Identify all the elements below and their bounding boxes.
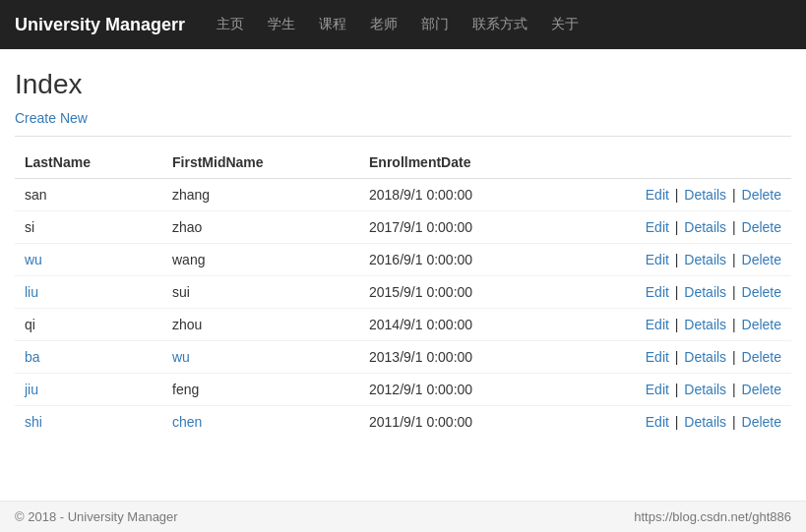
cell-lastname: si [15, 211, 162, 244]
cell-firstname: sui [162, 276, 359, 309]
details-link[interactable]: Details [684, 382, 726, 397]
cell-firstname: zhou [162, 309, 359, 341]
cell-lastname: shi [15, 406, 162, 439]
details-link[interactable]: Details [684, 252, 726, 267]
edit-link[interactable]: Edit [646, 187, 669, 203]
cell-enrollment: 2017/9/1 0:00:00 [359, 211, 556, 244]
navbar-link[interactable]: 联系方式 [461, 1, 539, 48]
separator: | [728, 219, 739, 235]
navbar-item: 课程 [307, 1, 358, 48]
separator: | [671, 414, 682, 430]
delete-link[interactable]: Delete [742, 284, 781, 300]
navbar-link[interactable]: 老师 [358, 1, 409, 48]
cell-enrollment: 2018/9/1 0:00:00 [359, 179, 556, 211]
cell-firstname: feng [162, 374, 359, 406]
table-row: wuwang2016/9/1 0:00:00Edit | Details | D… [15, 244, 791, 276]
navbar-item: 学生 [256, 1, 307, 48]
separator: | [671, 219, 682, 235]
separator: | [671, 284, 682, 300]
delete-link[interactable]: Delete [742, 187, 781, 203]
footer-copyright: © 2018 - University Manager [15, 509, 178, 524]
separator: | [728, 187, 739, 203]
lastname-link[interactable]: ba [25, 349, 40, 365]
navbar-link[interactable]: 课程 [307, 1, 358, 48]
cell-actions: Edit | Details | Delete [556, 276, 791, 309]
separator: | [671, 317, 682, 332]
edit-link[interactable]: Edit [646, 317, 669, 332]
navbar-link[interactable]: 主页 [205, 1, 256, 48]
navbar-brand[interactable]: University Managerr [15, 15, 185, 35]
details-link[interactable]: Details [684, 317, 726, 332]
firstname-link[interactable]: chen [172, 414, 202, 430]
navbar-item: 关于 [539, 1, 590, 48]
details-link[interactable]: Details [684, 414, 726, 430]
cell-actions: Edit | Details | Delete [556, 244, 791, 276]
lastname-link[interactable]: wu [25, 252, 42, 267]
cell-lastname: san [15, 179, 162, 211]
create-new-link[interactable]: Create New [15, 110, 88, 126]
edit-link[interactable]: Edit [646, 219, 669, 235]
separator: | [728, 349, 739, 365]
details-link[interactable]: Details [684, 284, 726, 300]
navbar-item: 联系方式 [461, 1, 539, 48]
table-header: LastName FirstMidName EnrollmentDate [15, 147, 791, 179]
cell-firstname: chen [162, 406, 359, 439]
cell-enrollment: 2012/9/1 0:00:00 [359, 374, 556, 406]
edit-link[interactable]: Edit [646, 349, 669, 365]
separator: | [728, 284, 739, 300]
delete-link[interactable]: Delete [742, 349, 781, 365]
col-header-actions [556, 147, 791, 179]
lastname-link[interactable]: shi [25, 414, 42, 430]
page-title: Index [15, 69, 791, 100]
separator: | [671, 252, 682, 267]
cell-firstname: zhang [162, 179, 359, 211]
navbar-item: 部门 [409, 1, 461, 48]
table-body: sanzhang2018/9/1 0:00:00Edit | Details |… [15, 179, 791, 439]
separator: | [671, 382, 682, 397]
lastname-link[interactable]: liu [25, 284, 38, 300]
edit-link[interactable]: Edit [646, 382, 669, 397]
details-link[interactable]: Details [684, 349, 726, 365]
edit-link[interactable]: Edit [646, 414, 669, 430]
cell-firstname: wu [162, 341, 359, 374]
details-link[interactable]: Details [684, 219, 726, 235]
cell-actions: Edit | Details | Delete [556, 406, 791, 439]
separator: | [728, 317, 739, 332]
table-row: bawu2013/9/1 0:00:00Edit | Details | Del… [15, 341, 791, 374]
delete-link[interactable]: Delete [742, 252, 781, 267]
cell-enrollment: 2015/9/1 0:00:00 [359, 276, 556, 309]
edit-link[interactable]: Edit [646, 252, 669, 267]
separator: | [671, 349, 682, 365]
table-row: shichen2011/9/1 0:00:00Edit | Details | … [15, 406, 791, 439]
firstname-link[interactable]: wu [172, 349, 190, 365]
table-row: sanzhang2018/9/1 0:00:00Edit | Details |… [15, 179, 791, 211]
cell-enrollment: 2011/9/1 0:00:00 [359, 406, 556, 439]
navbar-item: 老师 [358, 1, 409, 48]
delete-link[interactable]: Delete [742, 317, 781, 332]
delete-link[interactable]: Delete [742, 414, 781, 430]
separator: | [671, 187, 682, 203]
navbar: University Managerr 主页学生课程老师部门联系方式关于 [0, 0, 806, 49]
navbar-link[interactable]: 部门 [409, 1, 461, 48]
table-row: jiufeng2012/9/1 0:00:00Edit | Details | … [15, 374, 791, 406]
divider [15, 136, 791, 137]
footer-url: https://blog.csdn.net/ght886 [634, 509, 791, 524]
cell-lastname: jiu [15, 374, 162, 406]
navbar-link[interactable]: 学生 [256, 1, 307, 48]
cell-lastname: liu [15, 276, 162, 309]
details-link[interactable]: Details [684, 187, 726, 203]
edit-link[interactable]: Edit [646, 284, 669, 300]
table-row: qizhou2014/9/1 0:00:00Edit | Details | D… [15, 309, 791, 341]
navbar-link[interactable]: 关于 [539, 1, 590, 48]
lastname-link[interactable]: jiu [25, 382, 38, 397]
footer: © 2018 - University Manager https://blog… [0, 501, 806, 532]
main-content: Index Create New LastName FirstMidName E… [0, 49, 806, 457]
cell-enrollment: 2013/9/1 0:00:00 [359, 341, 556, 374]
cell-actions: Edit | Details | Delete [556, 179, 791, 211]
cell-lastname: wu [15, 244, 162, 276]
delete-link[interactable]: Delete [742, 382, 781, 397]
cell-actions: Edit | Details | Delete [556, 309, 791, 341]
col-header-firstname: FirstMidName [162, 147, 359, 179]
delete-link[interactable]: Delete [742, 219, 781, 235]
separator: | [728, 414, 739, 430]
